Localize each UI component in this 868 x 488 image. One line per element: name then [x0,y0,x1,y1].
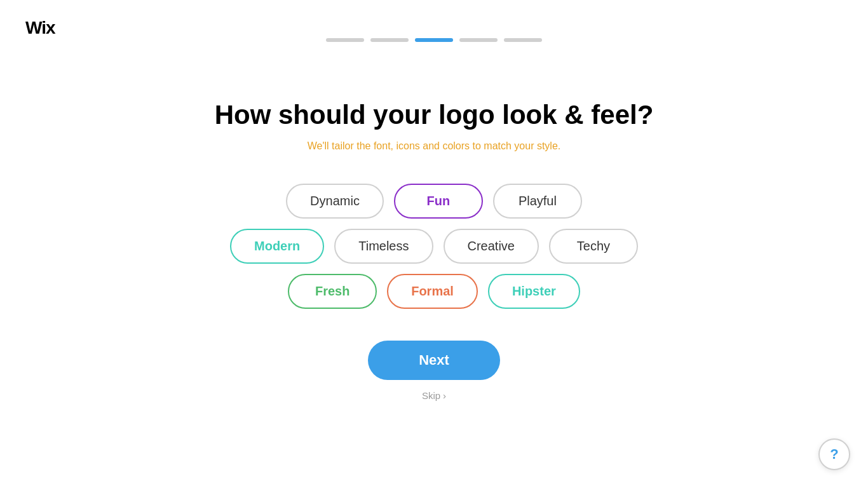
page-subtitle: We'll tailor the font, icons and colors … [308,140,561,152]
option-techy[interactable]: Techy [549,229,638,264]
skip-label: Skip [422,390,440,401]
option-fun[interactable]: Fun [394,184,483,219]
option-timeless[interactable]: Timeless [334,229,433,264]
progress-step-2 [370,38,409,42]
progress-step-3 [415,38,453,42]
option-hipster[interactable]: Hipster [488,274,580,309]
wix-logo: Wix [25,18,55,38]
help-button[interactable]: ? [818,438,850,470]
option-playful[interactable]: Playful [493,184,582,219]
options-row-2: Modern Timeless Creative Techy [230,229,638,264]
skip-chevron-icon: › [443,390,446,401]
options-row-1: Dynamic Fun Playful [286,184,582,219]
options-container: Dynamic Fun Playful Modern Timeless Crea… [230,184,638,309]
option-dynamic[interactable]: Dynamic [286,184,384,219]
options-row-3: Fresh Formal Hipster [288,274,580,309]
option-creative[interactable]: Creative [444,229,539,264]
next-button[interactable]: Next [368,341,500,380]
progress-bar [0,38,868,42]
option-modern[interactable]: Modern [230,229,324,264]
option-formal[interactable]: Formal [387,274,478,309]
progress-step-1 [326,38,364,42]
option-fresh[interactable]: Fresh [288,274,377,309]
page-title: How should your logo look & feel? [215,100,654,130]
progress-step-4 [459,38,498,42]
progress-step-5 [504,38,542,42]
main-content: How should your logo look & feel? We'll … [0,0,868,488]
skip-link[interactable]: Skip › [422,390,446,401]
